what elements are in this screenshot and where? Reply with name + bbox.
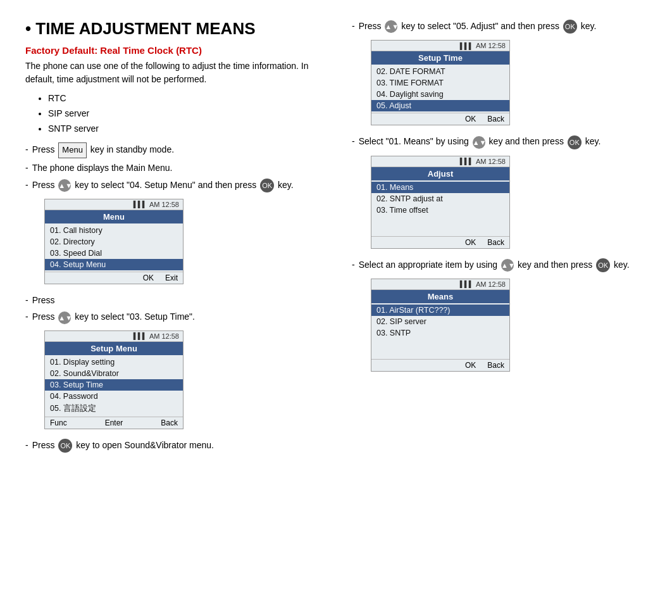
right-step-1-text: Press ▲▼ key to select "05. Adjust" and … xyxy=(359,19,647,34)
means-footer-ok: OK xyxy=(465,361,476,370)
step-1-dash: - xyxy=(25,142,28,156)
screen-setup-time-time: AM 12:58 xyxy=(476,42,506,49)
screen-means-footer: OK Back xyxy=(371,359,509,371)
adjust-item-2: 03. Time offset xyxy=(371,204,509,216)
means-item-2: 03. SNTP xyxy=(371,327,509,339)
nav-icon-5: ▲▼ xyxy=(501,259,514,272)
menu-item-1: 02. Directory xyxy=(45,236,183,248)
screen-menu: ▌▌▌ AM 12:58 Menu 01. Call history 02. D… xyxy=(44,199,184,284)
setup-time-item-2: 04. Daylight saving xyxy=(371,89,509,100)
screen-menu-body: 01. Call history 02. Directory 03. Speed… xyxy=(45,223,183,272)
ok-icon-2: OK xyxy=(58,439,72,453)
adjust-item-0-selected: 01. Means xyxy=(371,182,509,193)
screen-means-body: 01. AirStar (RTC???) 02. SIP server 03. … xyxy=(371,303,509,359)
screen-setup-time-title: Setup Time xyxy=(371,51,509,65)
nav-icon-4: ▲▼ xyxy=(473,136,485,149)
menu-item-3-selected: 04. Setup Menu xyxy=(45,259,183,270)
menu-footer-exit: Exit xyxy=(165,273,178,282)
setup-menu-item-4: 05. 言語設定 xyxy=(45,402,183,415)
bullet-item-rtc: RTC xyxy=(48,91,320,106)
bullet-symbol: • xyxy=(25,19,31,38)
means-footer-back: Back xyxy=(487,361,504,370)
ok-icon-5: OK xyxy=(596,258,610,272)
step-6: - Press OK key to open Sound&Vibrator me… xyxy=(25,438,320,453)
screen-setup-menu-time: AM 12:58 xyxy=(149,332,179,340)
factory-default-label: Factory Default: Real Time Clock (RTC) xyxy=(25,45,320,56)
screen-setup-time-header: ▌▌▌ AM 12:58 xyxy=(371,41,509,51)
setup-menu-item-2-selected: 03. Setup Time xyxy=(45,379,183,391)
step-5-dash: - xyxy=(25,310,28,324)
screen-setup-time-body: 02. DATE FORMAT 03. TIME FORMAT 04. Dayl… xyxy=(371,65,509,113)
screen-menu-time: AM 12:58 xyxy=(149,201,179,208)
setup-footer-enter: Enter xyxy=(105,418,123,427)
adjust-footer-ok: OK xyxy=(465,238,476,247)
right-step-2: - Select "01. Means" by using ▲▼ key and… xyxy=(352,134,647,149)
screen-setup-time-footer: OK Back xyxy=(371,113,509,125)
screen-means-time: AM 12:58 xyxy=(476,280,506,288)
nav-icon-3: ▲▼ xyxy=(385,20,397,33)
screen-setup-menu-header: ▌▌▌ AM 12:58 xyxy=(45,331,183,342)
left-column: • TIME ADJUSTMENT MEANS Factory Default:… xyxy=(25,19,339,597)
right-column: - Press ▲▼ key to select "05. Adjust" an… xyxy=(339,19,647,597)
ok-icon-1: OK xyxy=(260,179,274,192)
screen-menu-header: ▌▌▌ AM 12:58 xyxy=(45,199,183,210)
screen-menu-title: Menu xyxy=(45,210,183,223)
right-step-3-text: Select an appropriate item by using ▲▼ k… xyxy=(359,258,647,272)
bullet-item-sntp: SNTP server xyxy=(48,122,320,137)
screen-adjust-body: 01. Means 02. SNTP adjust at 03. Time of… xyxy=(371,180,509,236)
signal-icon-menu: ▌▌▌ xyxy=(134,201,147,208)
means-item-0-selected: 01. AirStar (RTC???) xyxy=(371,305,509,316)
setup-time-footer-ok: OK xyxy=(465,115,476,123)
right-step-3-dash: - xyxy=(352,258,355,272)
adjust-item-1: 02. SNTP adjust at xyxy=(371,193,509,204)
screen-setup-menu-footer: Func Enter Back xyxy=(45,417,183,429)
screen-setup-menu-title: Setup Menu xyxy=(45,342,183,355)
setup-time-item-1: 03. TIME FORMAT xyxy=(371,77,509,89)
signal-icon-setup: ▌▌▌ xyxy=(134,332,147,339)
menu-footer-ok: OK xyxy=(143,273,154,282)
page-container: • TIME ADJUSTMENT MEANS Factory Default:… xyxy=(0,0,672,616)
signal-icon-means: ▌▌▌ xyxy=(460,280,473,287)
title-text: TIME ADJUSTMENT MEANS xyxy=(35,19,255,38)
ok-icon-4: OK xyxy=(568,135,582,149)
screen-setup-time: ▌▌▌ AM 12:58 Setup Time 02. DATE FORMAT … xyxy=(371,40,510,125)
setup-time-item-3-selected: 05. Adjust xyxy=(371,100,509,111)
screen-means-title: Means xyxy=(371,290,509,303)
screen-setup-menu-body: 01. Display setting 02. Sound&Vibrator 0… xyxy=(45,355,183,417)
screen-means: ▌▌▌ AM 12:58 Means 01. AirStar (RTC???) … xyxy=(371,279,510,372)
bullet-list: RTC SIP server SNTP server xyxy=(48,91,320,136)
screen-means-header: ▌▌▌ AM 12:58 xyxy=(371,279,509,290)
step-2-dash: - xyxy=(25,161,28,175)
means-item-1: 02. SIP server xyxy=(371,316,509,327)
menu-item-2: 03. Speed Dial xyxy=(45,248,183,259)
step-4-text: Press xyxy=(32,293,320,307)
bullet-item-sip: SIP server xyxy=(48,106,320,122)
adjust-footer-back: Back xyxy=(487,238,504,247)
ok-icon-3: OK xyxy=(563,20,577,34)
step-2-text: The phone displays the Main Menu. xyxy=(32,161,320,175)
right-step-1: - Press ▲▼ key to select "05. Adjust" an… xyxy=(352,19,647,34)
step-4-dash: - xyxy=(25,293,28,307)
screen-adjust: ▌▌▌ AM 12:58 Adjust 01. Means 02. SNTP a… xyxy=(371,156,510,249)
step-6-dash: - xyxy=(25,438,28,452)
step-3-dash: - xyxy=(25,178,28,192)
nav-icon-2: ▲▼ xyxy=(58,311,71,324)
screen-adjust-header: ▌▌▌ AM 12:58 xyxy=(371,156,509,167)
screen-adjust-title: Adjust xyxy=(371,167,509,180)
step-5: - Press ▲▼ key to select "03. Setup Time… xyxy=(25,310,320,324)
step-2: - The phone displays the Main Menu. xyxy=(25,161,320,175)
step-6-text: Press OK key to open Sound&Vibrator menu… xyxy=(32,438,320,453)
right-step-2-dash: - xyxy=(352,134,355,148)
signal-icon-adjust: ▌▌▌ xyxy=(460,158,473,165)
setup-time-item-0: 02. DATE FORMAT xyxy=(371,66,509,77)
screen-menu-footer: OK Exit xyxy=(45,272,183,284)
signal-icon-setup-time: ▌▌▌ xyxy=(460,42,473,49)
setup-footer-back: Back xyxy=(161,418,178,427)
screen-adjust-time: AM 12:58 xyxy=(476,158,506,165)
step-3: - Press ▲▼ key to select "04. Setup Menu… xyxy=(25,178,320,192)
intro-text: The phone can use one of the following t… xyxy=(25,60,320,86)
step-5-text: Press ▲▼ key to select "03. Setup Time". xyxy=(32,310,320,324)
menu-item-0: 01. Call history xyxy=(45,225,183,236)
right-step-2-text: Select "01. Means" by using ▲▼ key and t… xyxy=(359,134,647,149)
page-title: • TIME ADJUSTMENT MEANS xyxy=(25,19,320,39)
